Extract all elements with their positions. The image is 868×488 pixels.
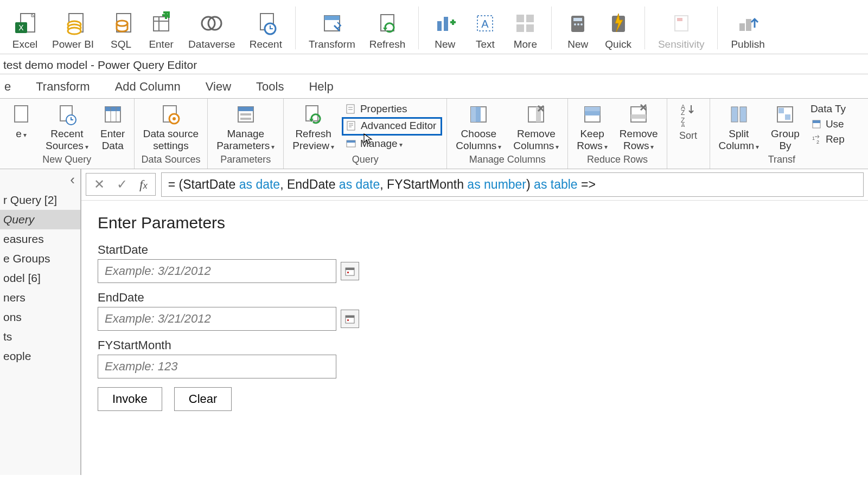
formula-bar[interactable]: = (StartDate as date, EndDate as date, F…	[161, 172, 864, 197]
enter-icon	[148, 10, 174, 36]
sort-buttons[interactable]: AZZA	[672, 101, 705, 129]
replace-icon: 12	[810, 133, 822, 145]
use-first-row-button[interactable]: Use	[807, 117, 849, 131]
svg-rect-35	[739, 23, 745, 31]
start-date-picker-button[interactable]	[341, 262, 359, 280]
start-date-input[interactable]	[98, 259, 336, 283]
query-item[interactable]: odel [6]	[0, 268, 80, 288]
split-column-button[interactable]: Split Column	[714, 101, 763, 153]
cancel-formula-button[interactable]: ✕	[94, 177, 105, 192]
manage-icon	[345, 138, 357, 150]
more-icon	[512, 10, 538, 36]
group-label-reduce-rows: Reduce Rows	[587, 153, 648, 168]
fy-start-month-input[interactable]	[98, 355, 336, 378]
tab-help[interactable]: Help	[309, 80, 333, 94]
advanced-editor-button[interactable]: Advanced Editor	[342, 117, 442, 136]
query-item[interactable]: e Groups	[0, 249, 80, 268]
invoke-button[interactable]: Invoke	[98, 387, 162, 411]
excel-button[interactable]: X Excel	[5, 3, 44, 53]
commit-formula-button[interactable]: ✓	[117, 177, 127, 192]
manage-button[interactable]: Manage	[342, 137, 442, 151]
tab-home-cut[interactable]: e	[4, 80, 11, 94]
new-visual-button[interactable]: New	[425, 3, 464, 53]
separator	[295, 7, 296, 49]
query-item[interactable]: eople	[0, 346, 80, 366]
selected-query[interactable]: Query	[0, 210, 80, 229]
fx-button[interactable]: fx	[139, 177, 148, 192]
clear-button[interactable]: Clear	[174, 387, 232, 411]
calendar-icon	[344, 313, 355, 324]
group-label-sort: Sort	[679, 129, 697, 144]
separator	[418, 7, 419, 49]
group-parameters: Manage Parameters Parameters	[208, 99, 284, 169]
enter-button[interactable]: Enter	[142, 3, 181, 53]
text-box-button[interactable]: A Text	[465, 3, 505, 53]
powerbi-button[interactable]: Power BI	[46, 3, 100, 53]
quick-measure-button[interactable]: Quick	[598, 3, 638, 53]
query-item[interactable]: easures	[0, 229, 80, 249]
data-type-button[interactable]: Data Ty	[807, 102, 849, 116]
replace-values-button[interactable]: 12 Rep	[807, 132, 849, 146]
svg-text:A: A	[482, 18, 489, 30]
keep-rows-label: Keep Rows	[577, 128, 608, 152]
transform-data-button[interactable]: Transform	[302, 3, 362, 53]
sensitivity-label: Sensitivity	[658, 38, 705, 50]
keep-rows-icon	[580, 102, 605, 127]
split-column-icon	[726, 102, 751, 127]
remove-columns-button[interactable]: Remove Columns	[509, 101, 563, 153]
sql-button[interactable]: SQL	[101, 3, 141, 53]
group-label-manage-columns: Manage Columns	[469, 153, 546, 168]
query-item[interactable]: ners	[0, 288, 80, 307]
group-data-sources: Data source settings Data Sources	[135, 99, 208, 169]
tab-transform[interactable]: Transform	[36, 80, 90, 94]
end-date-input[interactable]	[98, 307, 336, 331]
remove-rows-button[interactable]: Remove Rows	[615, 101, 662, 153]
svg-rect-75	[731, 107, 738, 122]
manage-parameters-button[interactable]: Manage Parameters	[212, 101, 279, 153]
refresh-preview-button[interactable]: Refresh Preview	[288, 101, 339, 153]
recent-sources-icon	[54, 102, 79, 127]
publish-button[interactable]: Publish	[724, 3, 771, 53]
keep-rows-button[interactable]: Keep Rows	[572, 101, 612, 153]
refresh-label-top: Refresh	[369, 38, 406, 50]
use-icon	[810, 118, 822, 130]
group-label-parameters: Parameters	[220, 153, 271, 168]
recent-button[interactable]: Recent	[243, 3, 289, 53]
new-source-button-cut[interactable]: e	[4, 101, 38, 141]
separator	[551, 7, 552, 49]
advanced-editor-label: Advanced Editor	[361, 120, 436, 132]
query-item[interactable]: ts	[0, 327, 80, 346]
group-label-data-sources: Data Sources	[141, 153, 200, 168]
recent-label: Recent	[250, 38, 282, 50]
end-date-picker-button[interactable]	[341, 310, 359, 328]
tab-add-column[interactable]: Add Column	[115, 80, 181, 94]
svg-text:X: X	[18, 23, 24, 32]
main-area: ✕ ✓ fx = (StartDate as date, EndDate as …	[81, 169, 868, 475]
manage-label: Manage	[360, 138, 403, 150]
properties-button[interactable]: Properties	[342, 102, 442, 116]
recent-sources-button[interactable]: Recent Sources	[41, 101, 93, 153]
tab-tools[interactable]: Tools	[256, 80, 284, 94]
svg-rect-18	[381, 15, 394, 31]
enter-data-button[interactable]: Enter Data	[96, 101, 130, 153]
svg-point-46	[173, 117, 176, 120]
collapse-queries-button[interactable]: ‹	[65, 169, 80, 190]
svg-rect-67	[585, 107, 600, 111]
group-by-button[interactable]: Group By	[767, 101, 804, 153]
dataverse-button[interactable]: Dataverse	[182, 3, 242, 53]
query-item[interactable]: ons	[0, 307, 80, 327]
advanced-editor-icon	[346, 120, 358, 132]
pq-ribbon: e Recent Sources Enter Data New Query Da…	[0, 99, 868, 169]
group-by-label: Group By	[771, 128, 800, 152]
new-measure-icon	[565, 10, 591, 36]
query-stack: Properties Advanced Editor Manage	[342, 101, 442, 151]
tab-view[interactable]: View	[206, 80, 231, 94]
start-date-label: StartDate	[98, 243, 852, 257]
refresh-button-top[interactable]: Refresh	[363, 3, 412, 53]
more-visuals-button[interactable]: More	[506, 3, 545, 53]
svg-rect-62	[471, 107, 476, 122]
new-measure-button[interactable]: New	[558, 3, 597, 53]
choose-columns-button[interactable]: Choose Columns	[451, 101, 506, 153]
data-source-settings-button[interactable]: Data source settings	[139, 101, 203, 153]
svg-rect-79	[785, 114, 790, 120]
